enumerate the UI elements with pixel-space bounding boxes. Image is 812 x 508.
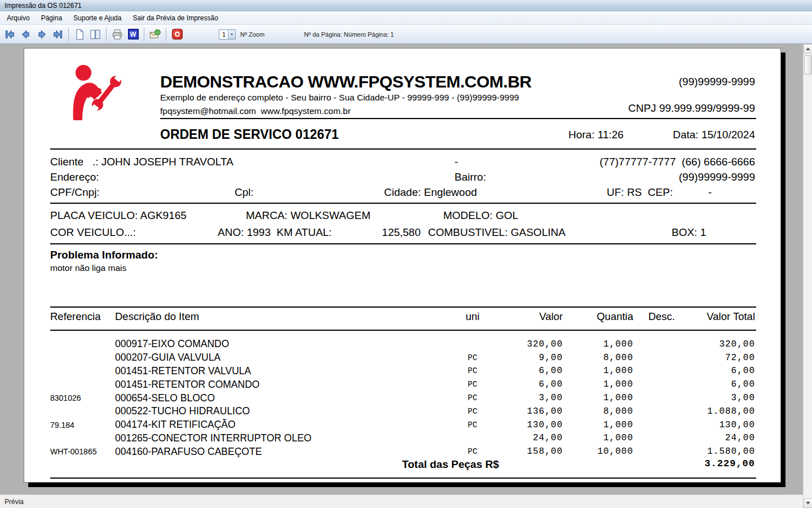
cell-uni: PC — [453, 421, 492, 430]
previous-page-icon — [20, 29, 32, 40]
scrollbar-thumb[interactable] — [804, 55, 812, 75]
divider — [50, 203, 756, 204]
cell-valor-total: 72,00 — [675, 353, 755, 363]
vehicle-marca: MARCA: WOLKSWAGEM — [246, 209, 370, 222]
cell-uni: PC — [453, 366, 492, 375]
cell-valor: 158,00 — [492, 446, 563, 457]
cell-descricao: 000917-EIXO COMANDO — [115, 338, 453, 350]
vertical-scrollbar[interactable] — [803, 44, 812, 508]
last-page-icon — [52, 29, 63, 40]
print-button[interactable] — [109, 27, 125, 42]
menu-sair-previa[interactable]: Sair da Prévia de Impressão — [127, 12, 223, 24]
word-icon: W — [128, 29, 139, 40]
client-phones: (77)77777-7777 (66) 6666-6666 — [599, 156, 755, 168]
company-contacts: fpqsystem@hotmail.com www.fpqsystem.com.… — [160, 106, 351, 116]
cell-descricao: 001451-RETENTOR COMANDO — [115, 379, 453, 391]
header-desconto: Desc. — [633, 310, 675, 323]
table-row: 001451-RETENTOR COMANDO PC 6,00 1,000 6,… — [50, 378, 755, 391]
toolbar-separator — [144, 28, 144, 41]
problem-label: Problema Informado: — [50, 249, 158, 261]
cell-descricao: 001451-RETENTOR VALVULA — [115, 365, 453, 377]
cell-valor: 320,00 — [492, 339, 563, 349]
cell-descricao: 004160-PARAFUSO CABEÇOTE — [115, 446, 453, 458]
divider — [50, 330, 756, 331]
export-word-button[interactable]: W — [125, 27, 141, 42]
cell-valor-total: 1.580,00 — [675, 446, 755, 457]
cell-descricao: 004174-KIT RETIFICAÇÃO — [115, 419, 453, 431]
cell-valor-total: 130,00 — [675, 420, 755, 430]
cell-quantia: 1,000 — [563, 379, 633, 389]
divider — [50, 243, 756, 244]
cell-quantia: 10,000 — [563, 446, 633, 457]
menu-arquivo[interactable]: Arquivo — [1, 12, 36, 24]
cell-uni: PC — [453, 353, 492, 362]
menu-pagina[interactable]: Página — [36, 12, 68, 24]
toolbar: W 1 ▼ Nº Zoom Nº da Página: Número Págin… — [0, 25, 812, 44]
single-page-icon — [74, 29, 85, 40]
client-name: Cliente .: JOHN JOSEPH TRAVOLTA — [50, 156, 233, 168]
client-endereco-label: Endereço: — [50, 171, 99, 183]
toolbar-separator — [68, 28, 69, 41]
up-arrow-icon — [806, 47, 810, 50]
next-page-icon — [36, 29, 47, 40]
header-uni: uni — [453, 310, 492, 323]
table-row: 001265-CONECTOR INTERRUPTOR OLEO 24,00 1… — [50, 432, 755, 445]
cell-valor-total: 320,00 — [675, 339, 755, 349]
zoom-select[interactable]: 1 ▼ — [219, 29, 236, 40]
problem-text: motor não liga mais — [50, 263, 126, 273]
header-quantia: Quantia — [563, 310, 633, 323]
total-label: Total das Peças R$ — [402, 458, 499, 471]
two-page-view-button[interactable] — [87, 27, 103, 42]
table-row: 8301026 000654-SELO BLOCO PC 3,00 1,000 … — [50, 391, 755, 405]
cell-valor: 136,00 — [492, 406, 563, 417]
first-page-button[interactable] — [2, 27, 18, 42]
header-descricao: Descrição do Item — [115, 310, 453, 323]
cell-valor: 24,00 — [492, 433, 563, 443]
client-uf-cep-label: UF: RS CEP: — [607, 186, 673, 199]
vehicle-ano-km-label: ANO: 1993 KM ATUAL: — [218, 226, 332, 239]
client-phone2: (99)99999-9999 — [679, 171, 755, 183]
cell-quantia: 1,000 — [563, 393, 633, 403]
table-row: 000522-TUCHO HIDRAULICO PC 136,00 8,000 … — [50, 405, 755, 418]
dropdown-arrow-icon[interactable]: ▼ — [228, 30, 235, 39]
close-preview-button[interactable] — [169, 27, 185, 42]
cell-quantia: 8,000 — [563, 353, 633, 363]
scroll-down-button[interactable] — [804, 498, 812, 508]
items-table-header: Referencia Descrição do Item uni Valor Q… — [50, 310, 755, 323]
zoom-value: 1 — [219, 31, 228, 38]
company-phone: (99)99999-9999 — [679, 76, 755, 88]
header-referencia: Referencia — [50, 310, 115, 323]
window-title: Impressão da OS 012671 — [5, 2, 82, 10]
client-cep-value: - — [708, 186, 712, 199]
cell-descricao: 000654-SELO BLOCO — [115, 392, 453, 404]
previous-page-button[interactable] — [18, 27, 34, 42]
preview-area: DEMONSTRACAO WWW.FPQSYSTEM.COM.BR Exempl… — [0, 44, 803, 494]
vehicle-km-value: 125,580 — [351, 226, 421, 239]
divider — [50, 478, 756, 479]
client-dash: - — [454, 156, 458, 168]
cell-valor-total: 24,00 — [675, 433, 755, 443]
table-row: 000917-EIXO COMANDO 320,00 1,000 320,00 — [50, 338, 755, 351]
cell-descricao: 000207-GUIA VALVULA — [115, 352, 453, 364]
cell-descricao: 000522-TUCHO HIDRAULICO — [115, 405, 453, 417]
cell-valor: 6,00 — [492, 366, 563, 376]
document-page: DEMONSTRACAO WWW.FPQSYSTEM.COM.BR Exempl… — [24, 48, 781, 483]
vehicle-box: BOX: 1 — [672, 226, 706, 239]
send-email-button[interactable] — [147, 27, 163, 42]
last-page-button[interactable] — [50, 27, 65, 42]
vehicle-modelo: MODELO: GOL — [443, 209, 518, 222]
scroll-up-button[interactable] — [804, 44, 812, 54]
table-row: 79.184 004174-KIT RETIFICAÇÃO PC 130,00 … — [50, 418, 755, 432]
cell-referencia: 8301026 — [50, 393, 115, 402]
single-page-view-button[interactable] — [72, 27, 87, 42]
menu-suporte-ajuda[interactable]: Suporte e Ajuda — [68, 12, 127, 24]
table-row: WHT-001865 004160-PARAFUSO CABEÇOTE PC 1… — [50, 445, 755, 458]
cell-valor: 9,00 — [492, 353, 563, 363]
first-page-icon — [5, 29, 16, 40]
next-page-button[interactable] — [34, 27, 50, 42]
divider — [50, 148, 756, 150]
company-cnpj: CNPJ 99.999.999/9999-99 — [628, 102, 755, 115]
cell-quantia: 1,000 — [563, 420, 633, 430]
email-icon — [149, 29, 161, 40]
company-address: Exemplo de endereço completo - Seu bairr… — [160, 93, 519, 103]
